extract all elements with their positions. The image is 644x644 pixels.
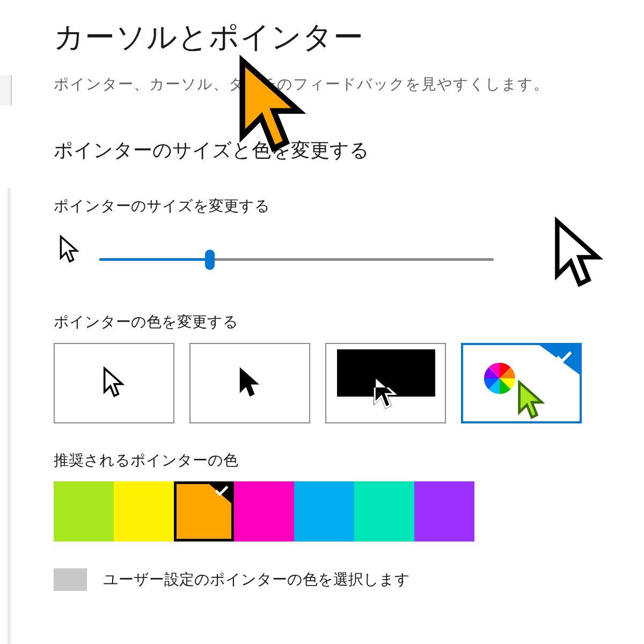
main-content: カーソルとポインター ポインター、カーソル、タッチのフィードバックを見やすくしま… <box>54 17 623 591</box>
pointer-color-white[interactable] <box>54 343 174 423</box>
nav-indicator <box>8 188 11 644</box>
sidebar-edge <box>0 75 12 105</box>
cursor-white-icon <box>103 365 126 401</box>
pointer-color-label: ポインターの色を変更する <box>54 312 623 332</box>
cursor-inverted-icon <box>372 373 399 413</box>
pointer-color-black[interactable] <box>189 343 310 423</box>
recommended-colors-label: 推奨されるポインターの色 <box>54 450 623 471</box>
slider-fill <box>99 258 210 261</box>
pointer-size-label: ポインターのサイズを変更する <box>54 196 623 216</box>
color-swatch-magenta[interactable] <box>234 481 294 541</box>
color-swatch-lime[interactable] <box>54 481 114 541</box>
color-wheel-icon <box>484 363 515 396</box>
color-swatch-gold[interactable] <box>174 481 234 541</box>
page-title: カーソルとポインター <box>54 17 623 58</box>
page-subtitle: ポインター、カーソル、タッチのフィードバックを見やすくします。 <box>54 74 623 94</box>
pointer-size-row <box>54 226 612 290</box>
cursor-large-icon <box>553 215 606 292</box>
pointer-color-options <box>54 343 623 423</box>
pointer-size-slider[interactable] <box>99 247 494 271</box>
custom-color-row[interactable]: ユーザー設定のポインターの色を選択します <box>54 568 623 591</box>
color-swatch-turquoise[interactable] <box>354 481 414 541</box>
section-heading: ポインターのサイズと色を変更する <box>54 137 623 164</box>
custom-color-button[interactable] <box>54 568 87 591</box>
cursor-small-icon <box>59 234 80 266</box>
pointer-color-custom[interactable] <box>461 343 582 423</box>
pointer-color-inverted[interactable] <box>325 343 446 423</box>
check-icon <box>214 484 230 499</box>
cursor-black-icon <box>238 365 262 401</box>
color-swatch-cyan[interactable] <box>294 481 354 541</box>
cursor-custom-icon <box>517 379 547 422</box>
check-icon <box>555 349 573 367</box>
color-swatch-purple[interactable] <box>414 481 474 541</box>
recommended-colors-row <box>54 481 623 541</box>
custom-color-label: ユーザー設定のポインターの色を選択します <box>103 569 410 590</box>
slider-thumb[interactable] <box>205 250 215 270</box>
color-swatch-yellow[interactable] <box>114 481 174 541</box>
